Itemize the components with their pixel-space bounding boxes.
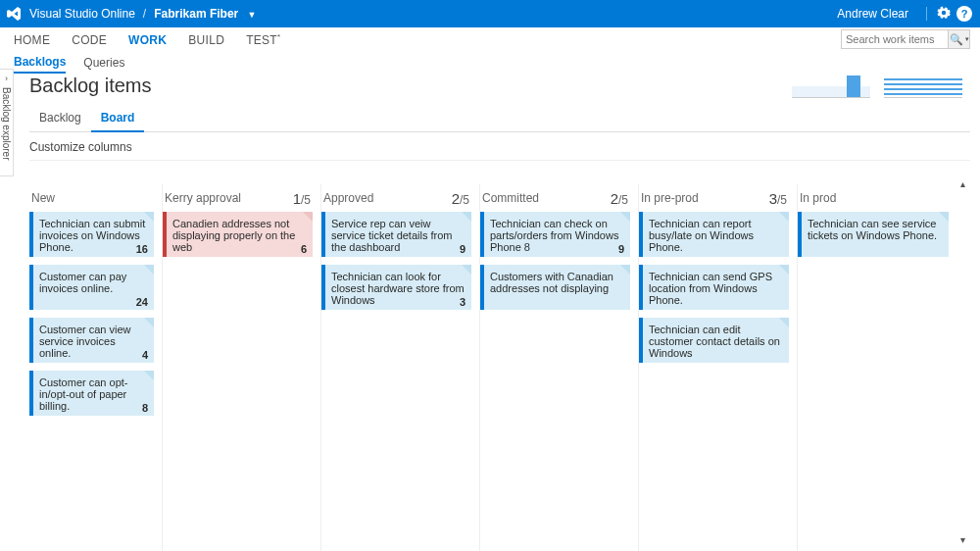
- card-title: Customers with Canadian addresses not di…: [490, 271, 624, 294]
- page: Backlog items BacklogBoard Customize col…: [16, 61, 970, 551]
- kanban-board: NewTechnician can submit invoices on Win…: [29, 184, 970, 551]
- backlog-explorer-tab[interactable]: › Backlog explorer: [0, 69, 14, 176]
- wip-count: 2/5: [452, 190, 469, 207]
- card-points: 9: [618, 243, 624, 255]
- nav-build[interactable]: BUILD: [188, 27, 224, 53]
- work-item-card[interactable]: Technician can submit invoices on Window…: [29, 212, 154, 257]
- card-corner: [144, 318, 154, 327]
- card-title: Technician can report busy/late on Windo…: [649, 218, 783, 253]
- column-header: New: [29, 184, 154, 212]
- card-points: 16: [136, 243, 148, 255]
- card-corner: [620, 265, 630, 275]
- column-name: New: [31, 191, 55, 205]
- card-points: 8: [142, 402, 148, 414]
- card-corner: [144, 212, 154, 222]
- scroll-down-icon[interactable]: ▾: [960, 534, 972, 545]
- nav-home[interactable]: HOME: [14, 27, 50, 53]
- nav-test[interactable]: TEST*: [246, 26, 280, 53]
- nav-work[interactable]: WORK: [128, 27, 167, 53]
- card-title: Technician can submit invoices on Window…: [39, 218, 148, 253]
- card-corner: [462, 265, 471, 275]
- card-corner: [620, 212, 630, 222]
- card-points: 9: [460, 243, 466, 255]
- top-bar: Visual Studio Online / Fabrikam Fiber ▼ …: [0, 0, 980, 27]
- column-kerry-approval: Kerry approval1/5Canadien addresses not …: [163, 184, 321, 551]
- scroll-up-icon[interactable]: ▴: [960, 178, 972, 189]
- column-in-prod: In prodTechnician can see service ticket…: [798, 184, 956, 551]
- help-icon[interactable]: ?: [956, 6, 972, 22]
- card-corner: [144, 265, 154, 275]
- product-title[interactable]: Visual Studio Online: [29, 7, 135, 21]
- card-points: 4: [142, 349, 148, 361]
- main-nav: HOMECODEWORKBUILDTEST* 🔍▾: [0, 27, 980, 53]
- work-item-card[interactable]: Customers with Canadian addresses not di…: [480, 265, 630, 310]
- breadcrumb-sep: /: [143, 7, 146, 21]
- project-picker[interactable]: Fabrikam Fiber ▼: [154, 7, 256, 21]
- column-name: In prod: [800, 191, 836, 205]
- column-name: In pre-prod: [641, 191, 699, 205]
- work-item-card[interactable]: Technician can report busy/late on Windo…: [639, 212, 789, 257]
- card-title: Canadien addresses not displaying proper…: [172, 218, 307, 253]
- tab-backlog[interactable]: Backlog: [29, 107, 91, 131]
- card-title: Service rep can veiw service ticket deta…: [331, 218, 466, 253]
- search-wrap: 🔍▾: [841, 29, 970, 49]
- search-input[interactable]: [841, 29, 949, 49]
- work-item-card[interactable]: Customer can pay invoices online.24: [29, 265, 154, 310]
- work-item-card[interactable]: Technician can look for closest hardware…: [321, 265, 471, 310]
- column-header: Kerry approval1/5: [163, 184, 313, 212]
- chevron-right-icon: ›: [5, 74, 8, 83]
- work-item-card[interactable]: Technician can see service tickets on Wi…: [798, 212, 949, 257]
- column-in-pre-prod: In pre-prod3/5Technician can report busy…: [639, 184, 798, 551]
- card-title: Technician can check on parts/orders fro…: [490, 218, 624, 253]
- customize-columns-link[interactable]: Customize columns: [29, 140, 970, 161]
- card-title: Customer can view service invoices onlin…: [39, 324, 148, 359]
- column-approved: Approved2/5Service rep can veiw service …: [321, 184, 480, 551]
- chevron-down-icon: ▼: [248, 10, 257, 20]
- column-name: Committed: [482, 191, 539, 205]
- work-item-card[interactable]: Canadien addresses not displaying proper…: [163, 212, 313, 257]
- card-title: Technician can send GPS location from Wi…: [649, 271, 783, 306]
- work-item-card[interactable]: Technician can send GPS location from Wi…: [639, 265, 789, 310]
- search-icon: 🔍: [950, 33, 963, 46]
- card-title: Technician can see service tickets on Wi…: [808, 218, 943, 241]
- column-name: Approved: [323, 191, 373, 205]
- wip-count: 2/5: [611, 190, 628, 207]
- card-corner: [779, 265, 789, 275]
- card-corner: [144, 371, 154, 380]
- sidetab-label: Backlog explorer: [1, 87, 12, 160]
- card-title: Customer can opt-in/opt-out of paper bil…: [39, 376, 148, 412]
- card-corner: [939, 212, 949, 222]
- card-corner: [462, 212, 471, 222]
- work-item-card[interactable]: Technician can check on parts/orders fro…: [480, 212, 630, 257]
- view-tabs: BacklogBoard: [29, 107, 970, 132]
- cfd-chart[interactable]: [792, 71, 870, 98]
- mini-charts: [792, 71, 962, 98]
- work-item-card[interactable]: Customer can view service invoices onlin…: [29, 318, 154, 363]
- search-button[interactable]: 🔍▾: [949, 29, 970, 49]
- column-header: Approved2/5: [321, 184, 471, 212]
- card-points: 24: [136, 296, 148, 308]
- work-item-card[interactable]: Technician can edit customer contact det…: [639, 318, 789, 363]
- work-item-card[interactable]: Customer can opt-in/opt-out of paper bil…: [29, 371, 154, 416]
- velocity-chart[interactable]: [884, 71, 962, 98]
- column-header: Committed2/5: [480, 184, 630, 212]
- card-corner: [303, 212, 313, 222]
- card-corner: [779, 212, 789, 222]
- card-points: 6: [301, 243, 307, 255]
- user-name[interactable]: Andrew Clear: [837, 7, 908, 21]
- gear-icon[interactable]: [935, 6, 953, 23]
- column-header: In pre-prod3/5: [639, 184, 789, 212]
- chevron-down-icon: ▾: [965, 35, 969, 43]
- nav-code[interactable]: CODE: [72, 27, 107, 53]
- project-name: Fabrikam Fiber: [154, 7, 238, 21]
- work-item-card[interactable]: Service rep can veiw service ticket deta…: [321, 212, 471, 257]
- tab-board[interactable]: Board: [91, 107, 145, 132]
- divider: [926, 7, 927, 21]
- column-header: In prod: [798, 184, 949, 212]
- card-title: Technician can edit customer contact det…: [649, 324, 783, 359]
- column-new: NewTechnician can submit invoices on Win…: [29, 184, 163, 551]
- wip-count: 1/5: [293, 190, 311, 207]
- card-corner: [779, 318, 789, 327]
- wip-count: 3/5: [769, 190, 787, 207]
- card-title: Technician can look for closest hardware…: [331, 271, 466, 306]
